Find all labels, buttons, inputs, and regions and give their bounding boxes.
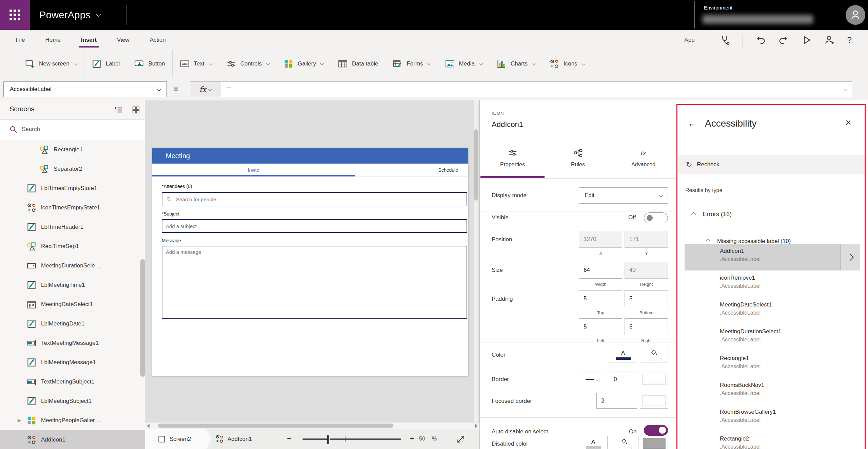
padding-left-input[interactable]: 5 [579, 318, 622, 335]
accessibility-issue-item[interactable]: Rectangle2 .AccessibleLabel [685, 431, 860, 449]
menu-item[interactable]: Insert [79, 32, 99, 48]
back-arrow-icon[interactable]: ← [687, 118, 697, 128]
disabled-color-swatch[interactable] [641, 436, 668, 449]
tab-properties[interactable]: Properties [480, 144, 545, 178]
size-height-input[interactable]: 40 [625, 262, 668, 279]
fill-color-button[interactable] [640, 347, 668, 362]
play-preview-icon[interactable] [801, 35, 812, 45]
accessibility-issue-item[interactable]: Rectangle1 .AccessibleLabel [685, 351, 860, 378]
padding-bottom-input[interactable]: 5 [625, 290, 668, 307]
scrollbar-thumb[interactable] [474, 129, 478, 201]
focused-border-width-input[interactable]: 2 [596, 393, 637, 409]
formula-expand-chevron-icon[interactable] [844, 87, 847, 91]
padding-right-input[interactable]: 5 [625, 318, 668, 335]
border-width-input[interactable]: 0 [609, 372, 637, 387]
toolbar-button[interactable]: Label [84, 50, 127, 77]
undo-icon[interactable] [755, 35, 766, 45]
avatar[interactable] [846, 5, 865, 25]
tree-item[interactable]: ▶ TextMeetingSubject1 [0, 372, 145, 391]
menu-item[interactable]: Action [148, 32, 168, 48]
close-icon[interactable]: × [845, 117, 851, 128]
tree-item[interactable]: ▶ TextMeetingMessage1 [0, 333, 145, 353]
position-y-input[interactable]: 171 [625, 231, 668, 248]
menu-item[interactable]: File [14, 32, 27, 48]
visible-toggle[interactable] [644, 212, 668, 223]
breadcrumb-screen[interactable]: Screen2 [145, 429, 212, 449]
tree-item[interactable]: ▶ Separator2 [0, 159, 145, 179]
errors-group-header[interactable]: Errors (16) [692, 211, 732, 218]
accessibility-issue-item[interactable]: AddIcon1 .AccessibleLabel [685, 244, 860, 270]
zoom-slider-thumb[interactable] [327, 434, 330, 445]
app-menu-label[interactable]: App [684, 37, 694, 43]
toolbar-button[interactable]: Abc Text [173, 50, 219, 77]
auto-disable-toggle[interactable] [644, 425, 668, 436]
menu-item[interactable]: View [115, 32, 132, 48]
accessibility-issue-item[interactable]: RoomsBackNav1 .AccessibleLabel [685, 378, 860, 405]
design-canvas[interactable]: Meeting Invite Schedule *Attendees (0) *… [145, 100, 479, 449]
redo-icon[interactable] [778, 35, 789, 45]
recheck-button[interactable]: ↻ Recheck [678, 155, 865, 174]
zoom-out-button[interactable]: − [287, 434, 292, 443]
border-color-swatch[interactable] [640, 372, 668, 387]
tree-item[interactable]: ▶ LblMeetingSubject1 [0, 391, 145, 411]
display-mode-dropdown[interactable]: Edit [579, 187, 668, 204]
tree-item[interactable]: ▶ iconTimesEmptyState1 [0, 198, 145, 217]
attendees-search-input[interactable] [162, 192, 467, 206]
zoom-slider-track[interactable] [302, 438, 401, 440]
accessibility-issue-item[interactable]: iconRemove1 .AccessibleLabel [685, 270, 860, 297]
subject-input[interactable] [162, 219, 467, 233]
tab-rules[interactable]: Rules [545, 144, 611, 178]
tree-item[interactable]: ▶ LblMeetingMessage1 [0, 353, 145, 372]
accessibility-issue-item[interactable]: RoomBrowseGallery1 .AccessibleLabel [685, 405, 860, 431]
menu-item[interactable]: Home [43, 32, 62, 48]
tree-view-icon[interactable] [114, 106, 123, 114]
tree-item[interactable]: ▶ LblMeetingDate1 [0, 314, 145, 333]
toolbar-button[interactable]: New screen [18, 50, 84, 77]
tree-item[interactable]: ▶ AddIcon1 [0, 430, 145, 449]
breadcrumb-control[interactable]: AddIcon1 [215, 429, 252, 449]
tree-item[interactable]: ▶ MeetingDateSelect1 [0, 295, 145, 314]
toolbar-button[interactable]: Button [127, 50, 172, 77]
property-selector[interactable]: AccessibleLabel [3, 81, 167, 97]
scroll-right-icon[interactable] [475, 424, 478, 428]
tab-invite[interactable]: Invite [152, 164, 355, 176]
toolbar-button[interactable]: Charts [489, 50, 542, 77]
scrollbar-thumb[interactable] [158, 424, 393, 428]
fx-selector[interactable]: fx [190, 81, 221, 97]
environment-info[interactable]: Environment [704, 5, 732, 11]
toolbar-button[interactable]: Icons [542, 50, 592, 77]
accessibility-issue-item[interactable]: MeetingDateSelect1 .AccessibleLabel [685, 297, 860, 324]
disabled-font-color-button[interactable]: A [579, 436, 608, 449]
go-to-issue-button[interactable] [840, 244, 860, 270]
search-input[interactable] [21, 120, 134, 139]
font-color-button[interactable]: A [609, 347, 637, 362]
waffle-menu-icon[interactable] [0, 0, 30, 30]
tab-schedule[interactable]: Schedule [438, 164, 458, 176]
focused-border-color-swatch[interactable] [640, 393, 668, 409]
position-x-input[interactable]: 1270 [579, 231, 622, 248]
disabled-fill-color-button[interactable] [610, 436, 638, 449]
grid-view-icon[interactable] [132, 106, 140, 114]
tree-item[interactable]: ▶ RectTimeSep1 [0, 237, 145, 256]
share-person-icon[interactable] [824, 35, 835, 45]
message-textarea[interactable] [162, 246, 467, 319]
scroll-left-icon[interactable] [147, 424, 150, 428]
toolbar-button[interactable]: Media [438, 50, 489, 77]
accessibility-issue-item[interactable]: MeetingDurationSelect1 .AccessibleLabel [685, 324, 860, 351]
tab-advanced[interactable]: fx Advanced [611, 144, 676, 178]
app-checker-icon[interactable] [719, 35, 730, 45]
toolbar-button[interactable]: Data table [331, 50, 386, 77]
tree-item[interactable]: ▶ LblMeetingTime1 [0, 275, 145, 295]
canvas-vertical-scrollbar[interactable] [474, 100, 478, 422]
fit-to-window-icon[interactable] [456, 434, 466, 444]
padding-top-input[interactable]: 5 [579, 290, 622, 307]
tree-item[interactable]: ▶ LblTimesEmptyState1 [0, 179, 145, 198]
formula-input[interactable]: "" [221, 81, 852, 97]
tree-item[interactable]: ▶ LblTimeHeader1 [0, 217, 145, 237]
tree-item[interactable]: ▶ Rectangle1 [0, 140, 145, 159]
help-icon[interactable]: ? [847, 35, 852, 45]
tree-item[interactable]: ▶ MeetingPeopleGaller… [0, 411, 145, 430]
expand-caret-icon[interactable]: ▶ [18, 418, 21, 423]
toolbar-button[interactable]: Gallery [276, 50, 331, 77]
zoom-in-button[interactable]: + [410, 434, 414, 443]
